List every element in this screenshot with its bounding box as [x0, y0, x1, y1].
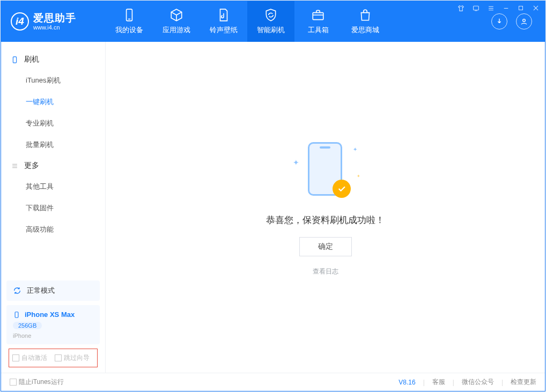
tab-label: 铃声壁纸: [210, 25, 238, 35]
cube-icon: [169, 8, 183, 22]
sidebar: 刷机 iTunes刷机 一键刷机 专业刷机 批量刷机 更多 其他工具 下载固件 …: [1, 42, 106, 373]
separator: |: [423, 379, 425, 386]
section-flash[interactable]: 刷机: [1, 49, 105, 70]
download-icon: [495, 17, 504, 26]
support-link[interactable]: 客服: [432, 378, 445, 387]
download-button[interactable]: [491, 13, 507, 29]
ok-button[interactable]: 确定: [299, 237, 352, 256]
device-info[interactable]: iPhone XS Max 256GB iPhone: [6, 305, 100, 344]
music-file-icon: [217, 8, 231, 22]
block-itunes-checkbox[interactable]: 阻止iTunes运行: [10, 378, 64, 387]
check-update-link[interactable]: 检查更新: [511, 378, 536, 387]
sidebar-item-download-firmware[interactable]: 下载固件: [1, 197, 105, 219]
tab-flash[interactable]: 智能刷机: [247, 1, 294, 42]
window-controls: [456, 3, 541, 13]
mode-text: 正常模式: [27, 286, 55, 295]
sidebar-item-oneclick-flash[interactable]: 一键刷机: [1, 91, 105, 113]
section-title: 更多: [24, 161, 39, 171]
tab-store[interactable]: 爱思商城: [342, 1, 389, 42]
sync-icon: [13, 286, 21, 295]
svg-rect-5: [519, 6, 523, 10]
main-content: ✦ ✦ ✦ 恭喜您，保资料刷机成功啦！ 确定 查看日志: [106, 42, 545, 373]
phone-outline-icon: [11, 56, 19, 64]
app-name-cn: 爱思助手: [33, 12, 76, 24]
svg-rect-12: [13, 56, 16, 62]
tab-label: 应用游戏: [163, 25, 190, 35]
sidebar-item-pro-flash[interactable]: 专业刷机: [1, 113, 105, 134]
success-message: 恭喜您，保资料刷机成功啦！: [266, 214, 385, 226]
tab-toolbox[interactable]: 工具箱: [294, 1, 342, 42]
skip-guide-checkbox[interactable]: 跳过向导: [55, 353, 90, 363]
user-button[interactable]: [516, 13, 532, 29]
sidebar-item-itunes-flash[interactable]: iTunes刷机: [1, 70, 105, 91]
check-badge-icon: [333, 180, 351, 198]
phone-icon: [13, 311, 20, 319]
checkbox-label: 自动激活: [21, 354, 47, 361]
tab-label: 我的设备: [115, 25, 143, 35]
wechat-link[interactable]: 微信公众号: [462, 378, 494, 387]
svg-point-11: [523, 19, 526, 22]
logo-icon: i4: [11, 12, 29, 31]
tab-label: 工具箱: [308, 25, 329, 35]
sparkle-icon: ✦: [353, 146, 357, 152]
flash-options-highlight: 自动激活 跳过向导: [9, 349, 98, 367]
svg-rect-0: [473, 6, 478, 10]
device-panel: 正常模式 iPhone XS Max 256GB iPhone 自动激活 跳过向…: [1, 275, 105, 373]
maximize-button[interactable]: [516, 3, 526, 13]
feedback-icon[interactable]: [471, 3, 481, 13]
version-text: V8.16: [399, 379, 415, 386]
check-icon: [337, 184, 346, 194]
tab-apps[interactable]: 应用游戏: [153, 1, 200, 42]
separator: |: [453, 379, 454, 386]
tab-my-device[interactable]: 我的设备: [106, 1, 153, 42]
user-icon: [520, 17, 528, 26]
tab-ringtones[interactable]: 铃声壁纸: [200, 1, 247, 42]
svg-rect-10: [313, 13, 323, 20]
sparkle-icon: ✦: [357, 174, 360, 179]
tab-label: 爱思商城: [351, 25, 379, 35]
device-name: iPhone XS Max: [25, 310, 75, 319]
section-more[interactable]: 更多: [1, 156, 105, 176]
skin-icon[interactable]: [456, 3, 466, 13]
device-mode[interactable]: 正常模式: [6, 280, 100, 301]
checkbox-label: 阻止iTunes运行: [19, 378, 64, 386]
device-icon: [122, 8, 136, 22]
refresh-shield-icon: [264, 8, 278, 22]
list-icon: [11, 162, 19, 170]
tab-label: 智能刷机: [257, 25, 285, 35]
view-log-link[interactable]: 查看日志: [313, 267, 338, 276]
app-name-en: www.i4.cn: [33, 24, 76, 31]
menu-icon[interactable]: [486, 3, 496, 13]
svg-rect-16: [15, 312, 18, 317]
sidebar-item-other-tools[interactable]: 其他工具: [1, 176, 105, 197]
sidebar-item-batch-flash[interactable]: 批量刷机: [1, 134, 105, 156]
toolbox-icon: [311, 8, 325, 22]
section-title: 刷机: [24, 55, 39, 64]
nav-tabs: 我的设备 应用游戏 铃声壁纸 智能刷机 工具箱 爱思商城: [106, 1, 491, 42]
checkbox-label: 跳过向导: [64, 354, 90, 361]
app-logo: i4 爱思助手 www.i4.cn: [1, 1, 106, 42]
device-capacity: 256GB: [13, 322, 42, 329]
separator: |: [501, 379, 503, 386]
bag-icon: [358, 8, 372, 22]
status-bar: 阻止iTunes运行 V8.16 | 客服 | 微信公众号 | 检查更新: [1, 373, 545, 391]
sparkle-icon: ✦: [293, 158, 299, 167]
minimize-button[interactable]: [501, 3, 511, 13]
close-button[interactable]: [531, 3, 541, 13]
sidebar-item-advanced[interactable]: 高级功能: [1, 219, 105, 240]
success-illustration: ✦ ✦ ✦: [291, 139, 360, 203]
device-type: iPhone: [13, 332, 31, 339]
auto-activate-checkbox[interactable]: 自动激活: [12, 353, 47, 363]
